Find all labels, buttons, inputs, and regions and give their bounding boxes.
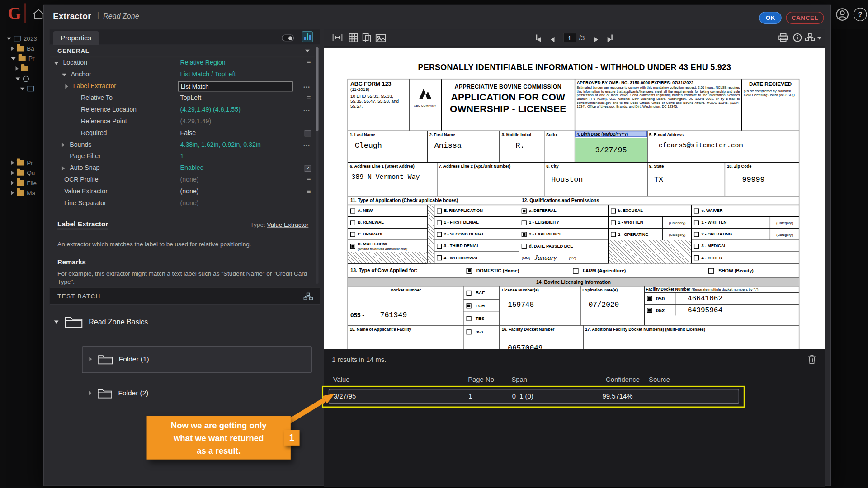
menu-icon[interactable]: ≡ xyxy=(307,176,311,185)
property-row-label-extractor[interactable]: Label Extractor … xyxy=(50,81,315,93)
expander-icon[interactable] xyxy=(62,166,65,171)
tree-item-read-zone-basics[interactable]: Read Zone Basics xyxy=(54,314,148,329)
checkbox-checked-icon[interactable]: ✓ xyxy=(305,165,311,172)
form-checkbox-row: b. EXCUSAL xyxy=(609,205,691,217)
expander-icon[interactable] xyxy=(65,84,68,89)
ellipsis-button[interactable]: … xyxy=(303,139,311,148)
column-header-span[interactable]: Span xyxy=(511,376,527,384)
tree-item-folder-2[interactable]: Folder (2) xyxy=(89,387,148,399)
tree-item[interactable]: Ma xyxy=(11,188,35,198)
property-label: Reference Location xyxy=(81,106,137,113)
home-icon[interactable] xyxy=(33,9,45,20)
ok-button[interactable]: OK xyxy=(759,12,781,24)
tree-item[interactable]: Pr xyxy=(11,158,33,168)
form-checkbox-option: DOMESTIC (Home) xyxy=(467,268,519,273)
expander-icon[interactable] xyxy=(11,181,14,185)
expander-icon[interactable] xyxy=(11,171,14,175)
tree-item[interactable]: File xyxy=(11,178,37,188)
property-row-anchor[interactable]: Anchor List Match / TopLeft xyxy=(50,69,315,81)
menu-icon[interactable]: ≡ xyxy=(307,59,311,68)
property-row-reference-point[interactable]: Reference Point (4.29,1.49) xyxy=(50,116,315,128)
image-icon[interactable] xyxy=(375,34,386,42)
tree-item[interactable] xyxy=(16,74,29,84)
expander-icon[interactable] xyxy=(54,320,59,323)
label-extractor-input[interactable] xyxy=(178,81,293,91)
expander-icon[interactable] xyxy=(16,77,20,80)
tree-item[interactable] xyxy=(16,64,28,74)
page-number-input[interactable] xyxy=(563,33,576,42)
property-row-relative-to[interactable]: Relative To TopLeft ≡ xyxy=(50,93,315,104)
property-row-value-extractor[interactable]: Value Extractor (none) ≡ xyxy=(50,186,315,198)
tree-item[interactable]: Qu xyxy=(11,168,35,178)
tree-item[interactable]: Pr xyxy=(11,53,35,63)
expander-icon[interactable] xyxy=(11,191,14,195)
chart-icon[interactable] xyxy=(302,31,313,42)
last-page-button[interactable] xyxy=(608,35,613,45)
property-row-line-separator[interactable]: Line Separator (none) xyxy=(50,198,315,210)
collapse-icon[interactable] xyxy=(305,50,310,52)
expander-icon[interactable] xyxy=(7,37,11,40)
menu-icon[interactable]: ≡ xyxy=(307,188,311,197)
property-row-location[interactable]: Location Relative Region ≡ xyxy=(50,57,315,69)
first-page-button[interactable] xyxy=(536,35,541,45)
expander-icon[interactable] xyxy=(11,46,14,51)
batch-hierarchy-icon[interactable] xyxy=(303,292,313,301)
document-page[interactable]: PERSONALLY IDENTIFIABLE INFORMATION - WI… xyxy=(324,48,825,349)
tree-item[interactable]: Ba xyxy=(11,43,34,53)
expander-icon[interactable] xyxy=(16,66,19,71)
property-value: (none) xyxy=(180,176,199,183)
expander-icon[interactable] xyxy=(89,357,92,361)
expander-icon[interactable] xyxy=(20,87,24,90)
info-icon[interactable] xyxy=(793,33,802,42)
field-zip: 10. Zip Code99999 xyxy=(725,163,798,196)
cancel-button[interactable]: CANCEL xyxy=(786,12,824,24)
chevron-down-icon[interactable] xyxy=(817,37,822,39)
section-general[interactable]: GENERAL xyxy=(50,45,315,57)
result-row[interactable]: 3/27/95 1 0–1 (0) 99.5714% xyxy=(329,389,739,404)
form-checkbox-row: 2 - OPERATING (Category) xyxy=(609,229,691,240)
property-row-ocr-profile[interactable]: OCR Profile (none) ≡ xyxy=(50,174,315,186)
expander-icon[interactable] xyxy=(62,143,65,147)
date-received-cell: DATE RECIEVED (To be completed by Nation… xyxy=(742,79,799,131)
tab-properties[interactable]: Properties xyxy=(53,31,99,45)
menu-icon[interactable]: ≡ xyxy=(307,94,311,103)
property-row-page-filter[interactable]: Page Filter 1 xyxy=(50,151,315,163)
tree-item[interactable] xyxy=(20,84,34,94)
column-header-confidence[interactable]: Confidence xyxy=(606,376,640,384)
ellipsis-button[interactable]: … xyxy=(303,104,311,113)
column-header-value[interactable]: Value xyxy=(333,376,350,384)
help-icon[interactable]: ? xyxy=(854,8,867,21)
column-header-source[interactable]: Source xyxy=(649,376,670,384)
expander-icon[interactable] xyxy=(11,160,14,165)
expander-icon[interactable] xyxy=(54,62,59,65)
clear-results-icon[interactable] xyxy=(808,355,816,364)
type-link[interactable]: Value Extractor xyxy=(267,221,309,228)
previous-page-button[interactable] xyxy=(551,35,555,45)
field-birth-date-highlighted[interactable]: 4. Birth Date: (MM/DD/YYYY) 3/27/95 xyxy=(575,131,647,162)
app-logo[interactable]: G xyxy=(8,3,26,23)
property-row-reference-location[interactable]: Reference Location (4.29,1.49):(4.8,1.55… xyxy=(50,104,315,116)
result-page: 1 xyxy=(468,393,472,400)
pages-icon[interactable] xyxy=(362,33,372,42)
form-checkbox-option: SHOW (Beauty) xyxy=(708,268,754,273)
thumbnail-grid-icon[interactable] xyxy=(349,33,358,42)
property-row-auto-snap[interactable]: Auto Snap Enabled ✓ xyxy=(50,163,315,174)
fit-width-icon[interactable] xyxy=(332,33,343,42)
expander-icon[interactable] xyxy=(89,391,91,395)
folder-icon xyxy=(17,160,24,165)
tree-item[interactable]: 2023 xyxy=(7,33,37,43)
tree-item-folder-1[interactable]: Folder (1) xyxy=(82,346,311,373)
next-page-button[interactable] xyxy=(594,35,598,45)
form-checkbox-row: 1 - WRITTEN (Category) xyxy=(609,217,691,229)
ellipsis-button[interactable]: … xyxy=(303,81,311,90)
property-row-bounds[interactable]: Bounds 4.38in, 1.62in, 0.92in, 0.32in … xyxy=(50,139,315,151)
view-options-icon[interactable] xyxy=(805,33,815,42)
checkbox-unchecked-icon[interactable] xyxy=(305,130,311,136)
view-toggle-icon[interactable] xyxy=(282,35,294,42)
expander-icon[interactable] xyxy=(11,57,16,60)
property-row-required[interactable]: Required False xyxy=(50,128,315,140)
account-icon[interactable] xyxy=(835,8,849,21)
expander-icon[interactable] xyxy=(62,74,66,76)
print-icon[interactable] xyxy=(778,33,788,42)
column-header-page-no[interactable]: Page No xyxy=(468,376,494,384)
